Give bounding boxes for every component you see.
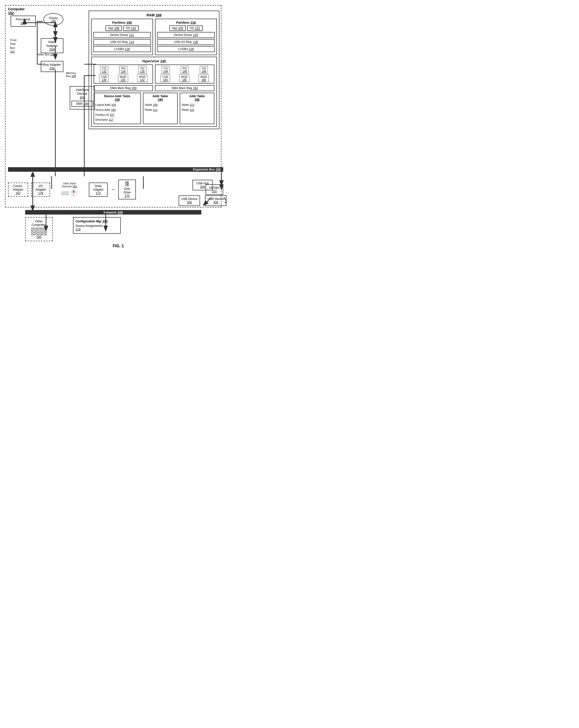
pa1-number: 111 — [153, 108, 158, 111]
rq2-box: RQ 146 — [181, 66, 189, 74]
lusba1-box: LUSBA 116 — [93, 46, 151, 52]
fsb-number: 162 — [10, 50, 15, 53]
oc-label-text: OtherComputers — [28, 219, 50, 227]
pa2-label: PAddr — [182, 108, 189, 111]
at1-label: Addr Table — [153, 95, 168, 98]
hatch4 — [44, 228, 47, 235]
p2-number: 118 — [190, 21, 196, 24]
usb-device2-box: USB Device 208 — [205, 196, 226, 206]
app1-label: App — [108, 26, 113, 30]
dat-fields: Logical Addr 103 Device Addr 105 Partiti… — [95, 103, 139, 122]
pa2-number: 115 — [190, 108, 194, 111]
sq2-box: SQ 148 — [200, 66, 208, 74]
app1-box: App 108 — [105, 25, 122, 31]
network-section: Network 100 OtherComputers 18 — [5, 210, 226, 241]
pa1-label: PAddr — [145, 108, 152, 111]
dma-label: DMA — [76, 102, 83, 105]
lusba1-label: LUSBA — [114, 47, 124, 51]
mb-text: MemoryBus 166 — [66, 72, 76, 78]
uh-label: USB Hub — [196, 182, 209, 185]
ram-label: RAM — [146, 13, 155, 17]
net-label: Network — [104, 210, 116, 214]
wqe2a-label: WQE — [181, 75, 188, 78]
hatch3 — [39, 228, 43, 235]
usbioreq2-label: USB I/O Req. — [174, 40, 192, 44]
da-number: 105 — [111, 108, 115, 111]
hv-queues-row: CQ 132 RQ 134 SQ 136 — [93, 64, 214, 84]
front-side-bus-label: FrontSideBus162 — [10, 38, 17, 54]
da-label: Device Assignments — [76, 224, 103, 228]
partition2-title: Partition 118 — [157, 21, 215, 24]
disk-drive-box: 🗄 DiskDrive 170 — [118, 180, 136, 200]
ioa-number: 178 — [38, 191, 43, 195]
os1-label: OS — [126, 26, 130, 30]
usb-hub-box: USB Hub 204 — [193, 180, 213, 190]
queue-bottom-row-1: CQE 138 WQE 140 WQE 142 — [95, 75, 151, 82]
cm-number: 200 — [103, 219, 107, 223]
display-number: 180 — [51, 19, 56, 22]
hatch2 — [35, 228, 38, 235]
da-label: Device Addr — [95, 108, 110, 111]
os2-label: OS — [190, 26, 194, 30]
app2-label: App — [172, 26, 177, 30]
dd1-number: 112 — [129, 33, 134, 37]
network-area: Network 100 OtherComputers 18 — [5, 210, 221, 241]
comm-adapter-box: Comm.Adapter 167 — [8, 183, 28, 197]
queue-group-1: CQ 132 RQ 134 SQ 136 — [93, 64, 153, 84]
dat-title: Device Addr Table 150 — [95, 95, 139, 102]
bus-adapter-label: Bus Adapter — [43, 63, 61, 67]
inner-layout: Display 180 Processor 156 FrontSideBus16… — [8, 8, 218, 205]
ram-title: RAM 168 — [91, 13, 217, 17]
at2-fields: VAddr 113 PAddr 115 — [182, 103, 213, 112]
diagram-wrapper: Computer 152 Display 180 Processor 156 F… — [5, 5, 226, 248]
va2-number: 113 — [190, 103, 194, 106]
sq2-label: SQ — [202, 67, 206, 70]
at1-fields: VAddr 109 PAddr 111 — [145, 103, 176, 112]
eb-label: Expansion Bus — [193, 168, 215, 171]
dd-label: DiskDrive — [123, 187, 131, 194]
dma2-number: 192 — [193, 86, 198, 90]
os1-box: OS 110 — [123, 25, 139, 31]
wqe2b-label: WQE — [200, 75, 207, 78]
ram-number: 168 — [156, 13, 161, 17]
interface-device-label: Interface Device — [76, 88, 89, 96]
cqe1-label: CQE — [101, 75, 107, 78]
rq2-number: 146 — [183, 70, 187, 73]
wqe1a-label: WQE — [120, 75, 126, 78]
fsb-text: FrontSideBus162 — [10, 38, 17, 53]
pid-number: 107 — [110, 113, 114, 116]
dma2-label: DMA Mem Reg — [172, 86, 192, 90]
pid-label: Partition ID — [95, 113, 109, 116]
p1-label: Partition — [112, 21, 126, 24]
at1-title: Addr Table 194 — [145, 95, 176, 102]
sq1-number: 136 — [140, 70, 145, 73]
queue-top-row-1: CQ 132 RQ 134 SQ 136 — [95, 66, 151, 74]
lusba1-number: 116 — [125, 47, 130, 51]
cm-label: Configuration Mgr — [76, 219, 102, 223]
wqe1b-number: 142 — [140, 78, 144, 81]
dma-row: DMA Mem Reg 190 DMA Mem Reg 192 — [93, 85, 214, 91]
rq1-box: RQ 134 — [119, 66, 127, 74]
partition1-box: Partition 106 App 108 OS 110 Device Driv… — [91, 19, 153, 55]
os1-number: 110 — [131, 26, 136, 30]
usb-hub-section: USB Hub 204 USB Device 206 USB Device 20… — [178, 180, 226, 206]
display-box: Display 180 — [43, 13, 63, 26]
va1-label: VAddr — [145, 103, 152, 106]
addr-table1-box: Addr Table 194 VAddr 109 PAddr 111 — [143, 93, 178, 124]
hatch-pattern — [28, 228, 50, 235]
usbioreq1-number: 114 — [129, 40, 134, 44]
p1-number: 106 — [126, 21, 132, 24]
rq1-label: RQ — [121, 67, 126, 70]
oc-number: 182 — [36, 235, 42, 239]
cqe2-box: CQE 184 — [161, 75, 170, 82]
da-number: 119 — [76, 228, 81, 231]
app1-number: 108 — [114, 26, 119, 30]
lusba2-number: 128 — [189, 47, 194, 51]
lusba2-label: LUSBA — [178, 47, 188, 51]
cq1-label: CQ — [102, 67, 106, 70]
video-adapter-number: 209 — [49, 48, 55, 51]
eb-number: 160 — [216, 168, 221, 171]
at2-title: Addr Table 196 — [182, 95, 213, 102]
dma-mem-reg1-box: DMA Mem Reg 190 — [93, 85, 153, 91]
bus-adapter-box: Bus Adapter 158 — [41, 61, 63, 72]
